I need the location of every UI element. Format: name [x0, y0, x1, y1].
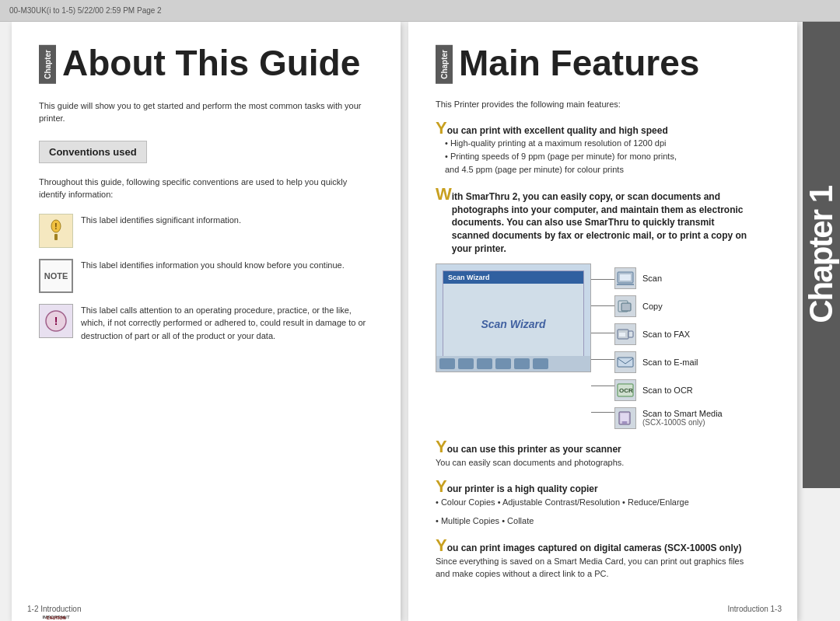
scan-feature-fax: Scan to FAX — [614, 323, 723, 345]
caution-row: ! CAUTION This label calls attention to … — [39, 304, 373, 343]
feature2-heading-row: With SmarThru 2, you can easily copy, or… — [436, 186, 751, 256]
feature5-heading-row: You can print images captured on digital… — [436, 537, 751, 555]
top-bar: 00-M30UK(i to 1-5) 5/22/00 2:59 PM Page … — [0, 0, 840, 22]
left-page: Chapter About This Guide This guide will… — [12, 22, 401, 621]
important-text: This label identifies significant inform… — [81, 214, 373, 227]
note-row: NOTE This label identifies information y… — [39, 259, 373, 293]
right-intro-text: This Printer provides the following main… — [436, 99, 751, 109]
scan-wizard-body: Scan Wizard — [443, 284, 583, 365]
right-chapter-title: Main Features — [453, 45, 699, 84]
line-6 — [591, 412, 614, 413]
right-page: Chapter Main Features This Printer provi… — [408, 22, 797, 621]
scan-wizard-bottom-bar — [436, 356, 590, 372]
line-3 — [591, 333, 614, 333]
note-icon: NOTE — [39, 259, 73, 293]
ocr-icon: OCR — [614, 379, 636, 401]
fax-icon — [614, 323, 636, 345]
svg-rect-12 — [619, 333, 625, 337]
scan-wizard-title: Scan Wizard — [448, 274, 489, 281]
chapter-tab-text: Chapter 1 — [803, 187, 840, 323]
svg-text:OCR: OCR — [619, 387, 633, 394]
scan-feature-email: Scan to E-mail — [614, 351, 723, 373]
left-footer: 1-2 Introduction — [12, 605, 401, 613]
scan-btn-3[interactable] — [477, 358, 492, 369]
feature1-bullet1: • High-quality printing at a maximum res… — [445, 138, 751, 149]
connector-lines — [591, 263, 614, 429]
feature5-initial: Y — [436, 537, 447, 554]
smart-media-icon — [614, 407, 636, 429]
feature1-heading-text: ou can print with excellent quality and … — [447, 121, 668, 138]
important-icon: ! IMPORTANT — [39, 214, 73, 248]
scan-btn-2[interactable] — [458, 358, 474, 369]
scan-icon — [614, 267, 636, 289]
feature5-text: Since everything is saved on a Smart Med… — [436, 555, 751, 581]
feature4-heading-row: Your printer is a high quality copier — [436, 478, 751, 496]
scan-btn-6[interactable] — [533, 358, 548, 369]
scan-label-copy: Copy — [642, 302, 663, 311]
top-bar-text: 00-M30UK(i to 1-5) 5/22/00 2:59 PM Page … — [9, 6, 162, 15]
chapter-tab: Chapter 1 — [803, 22, 840, 488]
feature5-section: You can print images captured on digital… — [436, 537, 751, 581]
line-4 — [591, 359, 614, 360]
note-text: This label identifies information you sh… — [81, 259, 373, 272]
feature3-text: You can easily scan documents and photog… — [436, 456, 751, 469]
feature4-initial: Y — [436, 478, 447, 495]
caution-label: CAUTION — [0, 616, 250, 620]
feature4-items2: • Multiple Copies • Collate — [436, 515, 751, 528]
copy-icon — [614, 295, 636, 317]
left-intro-text: This guide will show you to get started … — [39, 99, 373, 125]
feature1-bullet2: • Printing speeds of 9 ppm (page per min… — [445, 151, 751, 162]
feature3-heading: ou can use this printer as your scanner — [447, 440, 621, 456]
svg-text:!: ! — [54, 315, 58, 327]
smart-media-label-block: Scan to Smart Media (SCX-1000S only) — [642, 409, 723, 427]
scan-wizard-label: Scan Wizard — [481, 318, 545, 330]
scan-btn-1[interactable] — [439, 358, 455, 369]
caution-icon: ! CAUTION — [39, 304, 73, 338]
scan-label-smart: Scan to Smart Media — [642, 409, 723, 418]
scan-wizard-titlebar: Scan Wizard — [443, 271, 583, 284]
feature2-initial: W — [436, 186, 452, 203]
email-icon — [614, 351, 636, 373]
scan-btn-4[interactable] — [495, 358, 511, 369]
feature1-bullet2b: and 4.5 ppm (page per minute) for colour… — [445, 164, 751, 176]
feature2-section: With SmarThru 2, you can easily copy, or… — [436, 186, 751, 429]
feature4-heading: our printer is a high quality copier — [447, 480, 598, 496]
scan-wizard-area: Scan Wizard Scan Wizard — [436, 263, 751, 429]
scan-label-smart-sub: (SCX-1000S only) — [642, 418, 723, 427]
feature1-section: You can print with excellent quality and… — [436, 120, 751, 176]
conventions-desc: Throughout this guide, following specifi… — [39, 176, 373, 201]
scan-feature-smart: Scan to Smart Media (SCX-1000S only) — [614, 407, 723, 429]
scan-label-scan: Scan — [642, 274, 662, 283]
right-footer-text: Introduction 1-3 — [728, 605, 782, 613]
feature5-heading: ou can print images captured on digital … — [447, 539, 742, 555]
left-footer-text: 1-2 Introduction — [27, 605, 82, 613]
scan-wizard-inner: Scan Wizard Scan Wizard — [443, 270, 584, 365]
feature4-items1: • Colour Copies • Adjustable Contrast/Re… — [436, 496, 751, 509]
left-chapter-num: Chapter — [39, 45, 56, 84]
feature3-section: You can use this printer as your scanner… — [436, 438, 751, 469]
svg-rect-1 — [54, 234, 58, 240]
svg-rect-18 — [622, 421, 627, 424]
scan-label-ocr: Scan to OCR — [642, 386, 693, 395]
scan-btn-5[interactable] — [514, 358, 530, 369]
feature3-initial: Y — [436, 438, 447, 455]
feature2-heading-text: ith SmarThru 2, you can easily copy, or … — [452, 187, 751, 256]
svg-rect-17 — [621, 413, 628, 421]
feature1-heading-row: You can print with excellent quality and… — [436, 120, 751, 138]
left-chapter-heading: Chapter About This Guide — [39, 45, 373, 84]
svg-rect-13 — [618, 358, 633, 367]
caution-text: This label calls attention to an operati… — [81, 304, 373, 343]
svg-rect-11 — [628, 331, 633, 337]
scan-feature-scan: Scan — [614, 267, 723, 289]
scan-wizard-image: Scan Wizard Scan Wizard — [436, 263, 591, 372]
conventions-box: Conventions used — [39, 141, 147, 163]
right-chapter-num: Chapter — [436, 45, 453, 84]
scan-feature-ocr: OCR Scan to OCR — [614, 379, 723, 401]
svg-rect-6 — [620, 274, 631, 281]
line-2 — [591, 305, 614, 306]
line-1 — [591, 279, 614, 280]
feature3-heading-row: You can use this printer as your scanner — [436, 438, 751, 456]
feature1-initial: Y — [436, 120, 447, 137]
line-5 — [591, 386, 614, 386]
scan-feature-copy: Copy — [614, 295, 723, 317]
